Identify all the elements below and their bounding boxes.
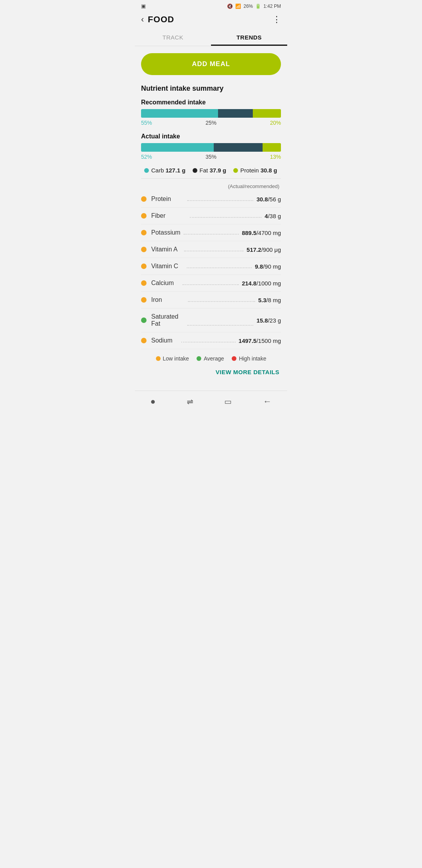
carb-dot — [144, 168, 149, 173]
top-bar-left: ‹ FOOD — [141, 14, 174, 25]
protein-dot — [233, 168, 238, 173]
nutrient-dots-separator — [187, 325, 253, 326]
legend-protein: Protein 30.8 g — [233, 167, 277, 174]
fat-legend-label: Fat 37.9 g — [200, 167, 226, 174]
divider — [141, 178, 281, 179]
nutrient-status-dot — [141, 280, 147, 286]
nutrient-name: Calcium — [151, 280, 179, 287]
recommended-intake-block: Recommended intake 55% 25% 20% — [141, 99, 281, 126]
actual-bar-labels: 52% 35% 13% — [141, 154, 281, 160]
nav-back-icon[interactable]: ← — [263, 396, 272, 407]
nutrient-status-dot — [141, 317, 147, 323]
legend-fat: Fat 37.9 g — [193, 167, 226, 174]
recommended-protein-bar — [253, 109, 281, 118]
nutrient-status-dot — [141, 297, 147, 303]
nutrient-row: Vitamin A517.2/900 μg — [141, 241, 281, 258]
battery-text: 26% — [243, 4, 253, 9]
nutrient-status-dot — [141, 247, 147, 252]
fat-dot — [193, 168, 197, 173]
actual-fat-pct: 35% — [152, 154, 270, 160]
status-left: ▣ — [141, 3, 146, 9]
app-icon: ▣ — [141, 3, 146, 9]
nutrient-value: 889.5/4700 mg — [242, 230, 281, 236]
bottom-legend-dot — [156, 356, 161, 361]
nutrient-list: Protein30.8/56 gFiber4/38 gPotassium889.… — [141, 191, 281, 349]
nav-menu-icon[interactable]: ● — [150, 396, 156, 407]
nutrient-value: 4/38 g — [265, 213, 281, 219]
top-bar: ‹ FOOD ⋮ — [135, 11, 287, 25]
actual-fat-bar — [214, 143, 263, 152]
bottom-legend-item: High intake — [232, 355, 266, 362]
nutrient-name: Vitamin A — [151, 246, 181, 253]
battery-icon: 🔋 — [255, 4, 261, 9]
section-title: Nutrient intake summary — [141, 84, 281, 93]
nav-home-icon[interactable]: ▭ — [224, 397, 232, 406]
nutrient-dots-separator — [182, 284, 239, 285]
bottom-legend-dot — [232, 356, 236, 361]
actual-protein-bar — [263, 143, 281, 152]
nutrient-row: Calcium214.8/1000 mg — [141, 275, 281, 292]
bottom-legend-item: Average — [197, 355, 224, 362]
add-meal-button[interactable]: ADD MEAL — [141, 53, 281, 75]
nutrient-name: Vitamin C — [151, 263, 184, 270]
nutrient-status-dot — [141, 196, 147, 202]
bottom-legend-label: Low intake — [163, 355, 189, 362]
more-menu-button[interactable]: ⋮ — [272, 14, 281, 25]
bottom-legend-label: Average — [204, 355, 224, 362]
nav-filter-icon[interactable]: ⇌ — [187, 397, 193, 406]
carb-legend-label: Carb 127.1 g — [151, 167, 186, 174]
nutrient-name: Saturated Fat — [151, 313, 184, 327]
nutrient-name: Iron — [151, 296, 185, 303]
nutrient-dots-separator — [184, 234, 239, 235]
page-title: FOOD — [148, 14, 174, 25]
tabs: TRACK TRENDS — [135, 29, 287, 46]
view-more-details-link[interactable]: VIEW MORE DETAILS — [216, 369, 279, 375]
recommended-bar — [141, 109, 281, 118]
actual-protein-pct: 13% — [270, 154, 281, 160]
nutrient-status-dot — [141, 230, 147, 235]
bottom-legend-dot — [197, 356, 201, 361]
nutrient-value: 9.8/90 mg — [255, 263, 281, 270]
bottom-legend-label: High intake — [239, 355, 266, 362]
nutrient-name: Protein — [151, 195, 184, 203]
actual-rec-note: (Actual/recommended) — [141, 183, 281, 189]
actual-carb-pct: 52% — [141, 154, 152, 160]
nutrient-dots-separator — [187, 200, 253, 201]
macro-legend: Carb 127.1 g Fat 37.9 g Protein 30.8 g — [144, 167, 281, 174]
nutrient-dots-separator — [184, 251, 243, 251]
bottom-legend: Low intakeAverageHigh intake — [141, 349, 281, 365]
recommended-label: Recommended intake — [141, 99, 281, 106]
nutrient-status-dot — [141, 264, 147, 269]
nutrient-value: 15.8/23 g — [256, 317, 281, 324]
actual-bar — [141, 143, 281, 152]
legend-carb: Carb 127.1 g — [144, 167, 186, 174]
nutrient-row: Protein30.8/56 g — [141, 191, 281, 208]
nutrient-dots-separator — [187, 267, 252, 268]
nutrient-row: Fiber4/38 g — [141, 208, 281, 224]
protein-legend-label: Protein 30.8 g — [240, 167, 277, 174]
status-bar: ▣ 🔇 📶 26% 🔋 1:42 PM — [135, 0, 287, 11]
recommended-fat-pct: 25% — [152, 120, 270, 126]
nutrient-row: Iron5.3/8 mg — [141, 292, 281, 308]
recommended-carb-pct: 55% — [141, 120, 152, 126]
nutrient-name: Sodium — [151, 337, 178, 344]
actual-intake-block: Actual intake 52% 35% 13% — [141, 133, 281, 160]
nutrient-dots-separator — [188, 301, 255, 302]
recommended-carb-bar — [141, 109, 218, 118]
nutrient-row: Saturated Fat15.8/23 g — [141, 308, 281, 332]
nutrient-row: Sodium1497.5/1500 mg — [141, 332, 281, 349]
recommended-bar-labels: 55% 25% 20% — [141, 120, 281, 126]
wifi-icon: 📶 — [235, 4, 241, 9]
nutrient-status-dot — [141, 213, 147, 219]
back-button[interactable]: ‹ — [141, 14, 144, 25]
recommended-protein-pct: 20% — [270, 120, 281, 126]
time: 1:42 PM — [263, 4, 281, 9]
nutrient-name: Potassium — [151, 229, 181, 236]
view-more-section: VIEW MORE DETAILS — [141, 365, 281, 384]
tab-trends[interactable]: TRENDS — [211, 29, 287, 46]
nutrient-value: 5.3/8 mg — [258, 297, 281, 303]
nutrient-row: Potassium889.5/4700 mg — [141, 224, 281, 241]
tab-track[interactable]: TRACK — [135, 29, 211, 46]
main-content: ADD MEAL Nutrient intake summary Recomme… — [135, 46, 287, 391]
nutrient-dots-separator — [190, 217, 261, 218]
